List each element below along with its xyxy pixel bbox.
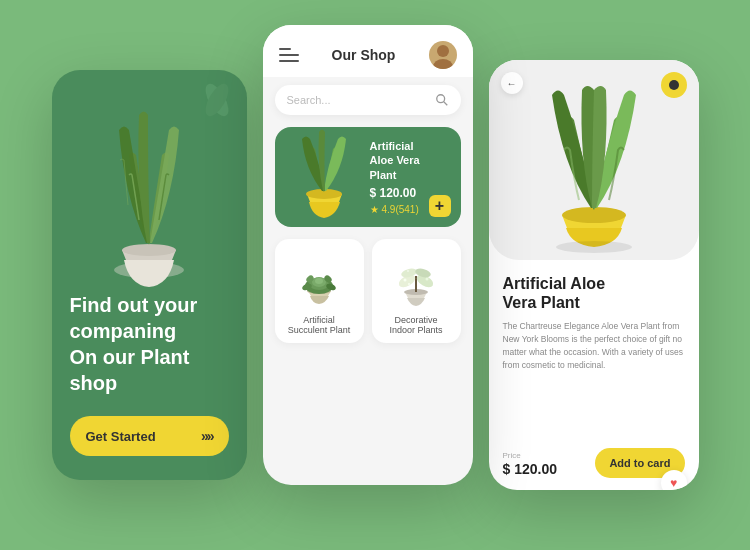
detail-price: $ 120.00 (503, 461, 558, 477)
succulent-svg (292, 251, 347, 306)
favorite-button[interactable] (661, 72, 687, 98)
snake-plant-svg (74, 75, 224, 305)
price-action-row: Price $ 120.00 Add to card (503, 448, 685, 478)
price-label: Price (503, 451, 558, 460)
welcome-title: Find out your companing On our Plant sho… (70, 292, 229, 396)
star-icon: ★ (370, 204, 379, 215)
get-started-button[interactable]: Get Started »» (70, 416, 229, 456)
detail-screen: ← (489, 60, 699, 490)
avatar-svg (429, 41, 457, 69)
search-icon (435, 93, 449, 107)
heart-button[interactable]: ♥ (661, 470, 687, 490)
menu-icon[interactable] (279, 48, 299, 62)
detail-body: Artificial Aloe Vera Plant The Chartreus… (489, 260, 699, 490)
svg-point-6 (436, 95, 444, 103)
svg-point-26 (425, 278, 428, 281)
featured-aloe-svg (287, 124, 362, 224)
shop-screen: Our Shop Search... (263, 25, 473, 485)
small-plants-grid: Artificial Succulent Plant (263, 231, 473, 351)
svg-point-30 (556, 241, 632, 253)
search-bar[interactable]: Search... (275, 85, 461, 115)
detail-aloe-svg (524, 80, 664, 250)
succulent-plant-label: Artificial Succulent Plant (288, 315, 351, 335)
indoor-plant-svg (389, 251, 444, 306)
featured-plant-image (287, 124, 362, 209)
shop-title: Our Shop (332, 47, 396, 63)
add-to-cart-quick-button[interactable]: + (429, 195, 451, 217)
svg-point-13 (315, 278, 323, 284)
detail-plant-top: ← (489, 60, 699, 260)
shop-header: Our Shop (263, 25, 473, 77)
welcome-plant-image (52, 70, 247, 310)
welcome-screen: Find out your companing On our Plant sho… (52, 70, 247, 480)
svg-point-25 (408, 283, 410, 285)
indoor-plant-image (386, 249, 446, 309)
svg-line-7 (443, 102, 447, 106)
heart-icon (667, 78, 681, 92)
welcome-content: Find out your companing On our Plant sho… (70, 292, 229, 456)
svg-point-4 (437, 45, 449, 57)
svg-point-3 (122, 244, 176, 256)
user-avatar[interactable] (429, 41, 457, 69)
svg-point-24 (403, 279, 406, 282)
detail-product-description: The Chartreuse Elegance Aloe Vera Plant … (503, 320, 685, 371)
indoor-plant-label: Decorative Indoor Plants (389, 315, 442, 335)
back-button[interactable]: ← (501, 72, 523, 94)
featured-product-name: Artificial Aloe Vera Plant (370, 139, 449, 182)
detail-product-name: Artificial Aloe Vera Plant (503, 274, 685, 312)
svg-point-28 (669, 80, 679, 90)
get-started-label: Get Started (86, 429, 156, 444)
search-placeholder: Search... (287, 94, 331, 106)
svg-point-27 (407, 270, 409, 272)
price-section: Price $ 120.00 (503, 451, 558, 478)
arrows-icon: »» (201, 428, 213, 444)
detail-plant-image (524, 80, 664, 250)
featured-product-card: Artificial Aloe Vera Plant $ 120.00 ★ 4.… (275, 127, 461, 227)
small-plant-card-2[interactable]: Decorative Indoor Plants (372, 239, 461, 343)
small-plant-card-1[interactable]: Artificial Succulent Plant (275, 239, 364, 343)
svg-point-5 (433, 59, 453, 69)
succulent-plant-image (289, 249, 349, 309)
